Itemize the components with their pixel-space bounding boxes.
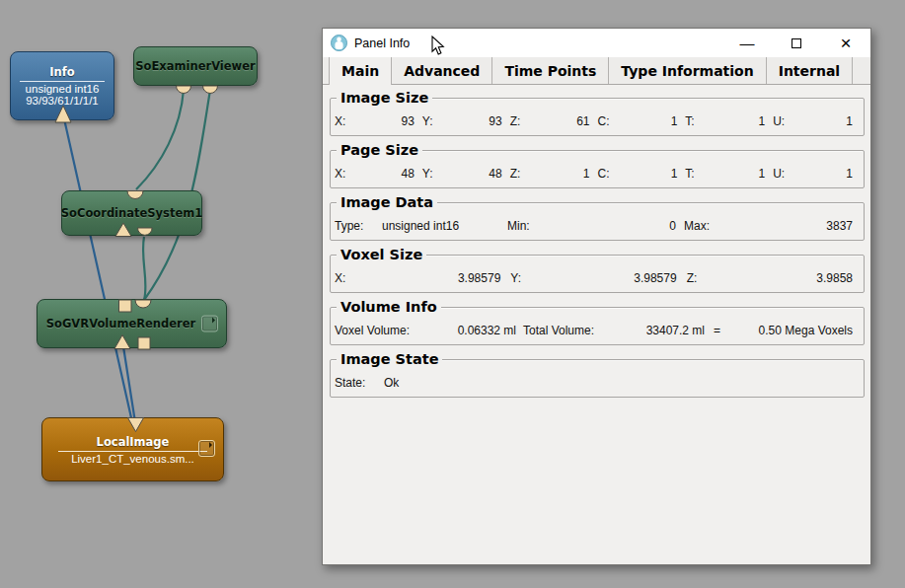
connection-gvr-coordsys: [143, 237, 146, 300]
tab-main[interactable]: Main: [329, 57, 392, 85]
node-localimage-title: LocalImage: [97, 435, 170, 449]
field-value: 1: [671, 114, 678, 128]
group-image-state-title: Image State: [337, 350, 442, 368]
refresh-icon-glyph: [205, 320, 214, 329]
panel-info-window: Panel Info — × Main Advanced Time Points…: [322, 28, 871, 565]
type-value: unsigned int16: [382, 219, 459, 233]
field-label: Y:: [510, 271, 521, 285]
app-icon: [331, 35, 347, 51]
field-value: 93: [401, 114, 414, 128]
min-label: Min:: [507, 219, 530, 233]
node-localimage[interactable]: LocalImage Liver1_CT_venous.sm...: [41, 417, 224, 481]
refresh-icon[interactable]: [198, 440, 215, 457]
window-titlebar[interactable]: Panel Info — ×: [323, 29, 870, 57]
field-label: C:: [597, 114, 609, 128]
state-label: State:: [335, 376, 384, 390]
node-socoordinatesystem1-title: SoCoordinateSystem1: [61, 206, 202, 220]
tab-time-points[interactable]: Time Points: [492, 57, 609, 84]
field-value: 3.9858: [816, 271, 853, 285]
equals-sign: =: [705, 324, 720, 337]
field-value: 3.98579: [634, 271, 676, 285]
tab-type-information[interactable]: Type Information: [609, 57, 766, 84]
tab-advanced[interactable]: Advanced: [392, 57, 492, 84]
group-volume-info-title: Volume Info: [337, 298, 441, 316]
field-label: Z:: [510, 114, 521, 128]
node-info[interactable]: Info unsigned int16 93/93/61/1/1/1: [10, 51, 114, 120]
mega-voxels-value: 0.50 Mega Voxels: [759, 324, 853, 337]
maximize-icon: [792, 38, 801, 48]
voxel-volume-label: Voxel Volume:: [335, 324, 410, 337]
field-label: Z:: [687, 271, 698, 285]
page-size-row: X:48 Y:48 Z:1 C:1 T:1 U:1: [335, 167, 853, 181]
field-label: Y:: [422, 167, 433, 181]
max-value: 3837: [826, 219, 853, 233]
refresh-icon[interactable]: [201, 316, 218, 332]
field-label: Z:: [510, 167, 521, 181]
field-value: 1: [846, 167, 853, 181]
voxel-volume-value: 0.06332 ml: [458, 324, 516, 337]
total-volume-label: Total Volume:: [523, 324, 594, 337]
field-value: 1: [758, 114, 765, 128]
field-label: T:: [685, 167, 694, 181]
field-value: 1: [758, 167, 765, 181]
connection-localimage-gvr: [122, 340, 135, 422]
field-value: 1: [583, 167, 590, 181]
group-image-state: Image State State: Ok: [330, 359, 865, 398]
tab-bar: Main Advanced Time Points Type Informati…: [323, 57, 870, 85]
node-sogvrvolumerenderer[interactable]: SoGVRVolumeRenderer: [37, 299, 227, 348]
state-value: Ok: [384, 376, 399, 390]
field-value: 93: [489, 114, 501, 128]
volume-info-row: Voxel Volume:0.06332 ml Total Volume:334…: [335, 324, 853, 337]
window-controls: — ×: [722, 29, 870, 57]
group-image-size: Image Size X:93 Y:93 Z:61 C:1 T:1 U:1: [330, 98, 865, 136]
field-value: 48: [489, 167, 501, 181]
field-value: 1: [671, 167, 678, 181]
field-label: T:: [685, 114, 694, 128]
node-info-title: Info: [49, 65, 74, 79]
group-voxel-size-title: Voxel Size: [337, 246, 426, 263]
field-value: 1: [846, 114, 853, 128]
image-size-row: X:93 Y:93 Z:61 C:1 T:1 U:1: [335, 114, 853, 128]
group-image-data-title: Image Data: [337, 193, 437, 211]
close-button[interactable]: ×: [821, 29, 870, 57]
max-label: Max:: [684, 219, 710, 233]
min-value: 0: [669, 219, 676, 233]
field-value: 61: [576, 114, 589, 128]
image-state-row: State: Ok: [335, 376, 853, 390]
field-label: X:: [335, 114, 345, 128]
main-tab-content: Image Size X:93 Y:93 Z:61 C:1 T:1 U:1 Pa…: [323, 85, 870, 398]
node-sogvrvolumerenderer-title: SoGVRVolumeRenderer: [46, 317, 217, 331]
node-info-separator: [20, 81, 104, 82]
image-data-row: Type:unsigned int16 Min:0 Max:3837: [335, 219, 853, 233]
field-value: 48: [401, 167, 414, 181]
node-soexaminerviewer[interactable]: SoExaminerViewer: [133, 46, 258, 86]
field-value: 3.98579: [458, 271, 500, 285]
field-label: Y:: [422, 114, 433, 128]
group-voxel-size: Voxel Size X:3.98579 Y:3.98579 Z:3.9858: [330, 255, 865, 293]
minimize-button[interactable]: —: [722, 29, 772, 57]
node-soexaminerviewer-title: SoExaminerViewer: [135, 59, 255, 73]
voxel-size-row: X:3.98579 Y:3.98579 Z:3.9858: [335, 271, 853, 285]
node-localimage-separator: [58, 451, 206, 452]
field-label: X:: [335, 167, 345, 181]
field-label: U:: [773, 167, 785, 181]
group-image-data: Image Data Type:unsigned int16 Min:0 Max…: [330, 202, 865, 241]
connection-localimage-info: [63, 114, 132, 422]
field-label: C:: [597, 167, 609, 181]
group-page-size-title: Page Size: [337, 141, 422, 159]
field-label: U:: [773, 114, 785, 128]
examiner-scene-input2-connector[interactable]: [203, 86, 218, 94]
node-info-dimensions: 93/93/61/1/1/1: [26, 95, 99, 107]
total-volume-value: 33407.2 ml: [646, 324, 705, 337]
tab-internal[interactable]: Internal: [767, 57, 853, 84]
node-info-datatype: unsigned int16: [26, 83, 100, 95]
group-page-size: Page Size X:48 Y:48 Z:1 C:1 T:1 U:1: [330, 150, 865, 188]
examiner-scene-input-connector[interactable]: [177, 86, 191, 94]
group-volume-info: Volume Info Voxel Volume:0.06332 ml Tota…: [330, 307, 865, 345]
maximize-button[interactable]: [772, 29, 821, 57]
node-localimage-filename: Liver1_CT_venous.sm...: [71, 453, 194, 465]
node-socoordinatesystem1[interactable]: SoCoordinateSystem1: [61, 190, 202, 236]
field-label: X:: [335, 271, 345, 285]
connection-coordsys-examiner: [136, 90, 184, 189]
group-image-size-title: Image Size: [337, 89, 432, 107]
